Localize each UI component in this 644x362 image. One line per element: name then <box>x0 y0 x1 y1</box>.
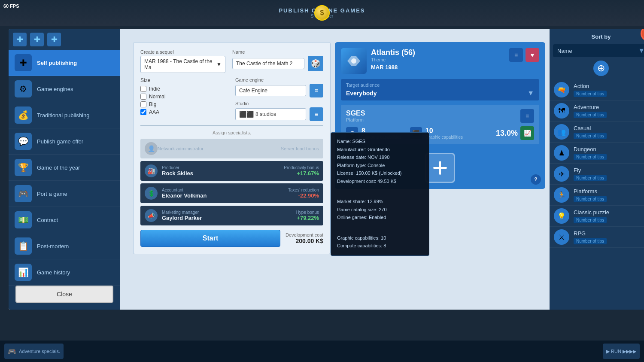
tooltip-release-date: Release date: NOV 1990 <box>337 154 423 161</box>
sidebar-add-icon-3[interactable]: ✚ <box>47 33 61 46</box>
close-button-wrap: Close <box>15 286 113 303</box>
action-genre-name: Action <box>574 83 644 89</box>
casual-genre-info: Casual Number of tips <box>574 125 644 139</box>
game-engine-label: Game engine <box>235 77 323 82</box>
main-content: Create a sequel MAR 1988 - The Castle of… <box>120 29 550 310</box>
top-coin-icon: $ <box>314 5 330 21</box>
genre-platforms[interactable]: 🏃 Platforms Number of tips <box>550 185 644 206</box>
rpg-genre-name: RPG <box>574 230 644 237</box>
game-form-panel: Create a sequel MAR 1988 - The Castle of… <box>133 42 331 254</box>
sidebar-item-game-of-the-year[interactable]: 🏆 Game of the year <box>9 155 120 181</box>
size-aaa-checkbox[interactable] <box>140 109 146 115</box>
sidebar-add-icon-1[interactable]: ✚ <box>13 33 27 46</box>
close-button[interactable]: Close <box>15 286 113 303</box>
tooltip-manufacturer: Manufacturer: Grantendo <box>337 146 423 154</box>
bottom-controls: ▶ RUN ▶▶▶▶ <box>603 344 640 359</box>
bottom-controls-label: ▶ RUN ▶▶▶▶ <box>606 349 636 354</box>
producer-role: Producer <box>162 165 279 170</box>
game-card-title-area: Atlantis (56) Theme MAR 1988 <box>371 48 505 70</box>
name-dice-icon[interactable]: 🎲 <box>308 56 323 71</box>
tooltip-game-catalog: Game catalog size: 270 <box>337 206 423 214</box>
sidebar-item-game-engines[interactable]: ⚙ Game engines <box>9 76 120 102</box>
casual-genre-name: Casual <box>574 125 644 131</box>
rpg-genre-tips: Number of tips <box>574 238 607 244</box>
size-big-row: Big <box>140 101 228 107</box>
card-menu-button[interactable]: ≡ <box>509 48 523 62</box>
sidebar-item-label-port-a-game: Port a game <box>37 191 67 197</box>
marketing-bonus: Hype bonus +79.22% <box>296 210 319 221</box>
size-big-checkbox[interactable] <box>140 101 146 107</box>
help-button[interactable]: ? <box>531 174 541 185</box>
adventure-genre-icon: 🗺 <box>554 103 569 119</box>
target-audience-chevron[interactable]: ▼ <box>527 89 534 97</box>
genre-action[interactable]: 🔫 Action Number of tips <box>550 79 644 100</box>
tooltip-license: License: 150.00 K$ (Unlocked) <box>337 170 423 177</box>
tooltip-graphic-cap: Graphic capabilities: 10 <box>337 234 423 242</box>
target-audience-section: Target audience Everybody ▼ <box>341 79 539 100</box>
accountant-role: Accountant <box>162 188 284 192</box>
genre-classic-puzzle[interactable]: 💡 Classic puzzle Number of tips <box>550 206 644 227</box>
genre-rpg[interactable]: ⚔ RPG Number of tips <box>550 227 644 248</box>
sort-select-row[interactable]: Name ▼ <box>553 44 644 57</box>
adventure-genre-info: Adventure Number of tips <box>574 104 644 118</box>
bottom-adventure-label: Adventure specials. <box>19 349 60 354</box>
start-button[interactable]: Start <box>140 230 280 247</box>
accountant-bonus-label: Taxes' reduction <box>288 188 319 192</box>
sidebar-add-icon-2[interactable]: ✚ <box>30 33 44 46</box>
action-genre-info: Action Number of tips <box>574 83 644 97</box>
graphic-info: 10 Graphic capabilities <box>425 127 463 140</box>
sidebar-item-contract[interactable]: 💵 Contract <box>9 207 120 233</box>
size-indie-checkbox[interactable] <box>140 86 146 92</box>
genre-fly[interactable]: ✈ Fly Number of tips <box>550 164 644 185</box>
genre-casual[interactable]: 👥 Casual Number of tips <box>550 122 644 143</box>
size-normal-row: Normal <box>140 94 228 100</box>
fly-genre-tips: Number of tips <box>574 175 607 181</box>
card-heart-button[interactable]: ♥ <box>526 48 539 62</box>
accountant-name: Eleanor Volkman <box>162 192 284 199</box>
form-col-right: Name 🎲 <box>232 49 323 73</box>
studio-value: 8 studios <box>255 111 276 117</box>
form-middle-row: Size Indie Normal Big <box>140 77 323 121</box>
modal-dialog: × ✚ ✚ ✚ ✚ Self publishing ⚙ Game engines… <box>9 29 644 310</box>
sidebar-item-port-a-game[interactable]: 🎮 Port a game <box>9 181 120 207</box>
create-sequel-label: Create a sequel <box>140 49 225 55</box>
main-overlay: × ✚ ✚ ✚ ✚ Self publishing ⚙ Game engines… <box>0 26 644 362</box>
network-admin-icon: 👤 <box>145 142 158 155</box>
producer-info: Producer Rock Skiles <box>162 165 279 176</box>
studio-menu-icon[interactable]: ≡ <box>310 107 323 121</box>
platform-tooltip: Name: SGES Manufacturer: Grantendo Relea… <box>331 132 429 256</box>
marketing-bonus-value: +79.22% <box>296 215 319 221</box>
name-input[interactable] <box>232 58 304 69</box>
form-col-left: Create a sequel MAR 1988 - The Castle of… <box>140 49 225 73</box>
sidebar-item-publish-game-offer[interactable]: 💬 Publish game offer <box>9 128 120 155</box>
genre-dungeon[interactable]: ♟ Dungeon Number of tips <box>550 143 644 164</box>
traditional-publishing-icon: 💰 <box>15 106 32 124</box>
sidebar-item-self-publishing[interactable]: ✚ Self publishing <box>9 50 120 76</box>
card-action-icons: ≡ ♥ <box>509 48 539 62</box>
sidebar-item-label-game-history: Game history <box>37 269 70 276</box>
engine-menu-icon[interactable]: ≡ <box>310 84 323 97</box>
sidebar-item-game-history[interactable]: 📊 Game history <box>9 259 120 286</box>
platform-name: SGES <box>346 110 365 117</box>
studio-value-row: ⬛⬛ 8 studios <box>235 108 306 120</box>
classic-puzzle-genre-name: Classic puzzle <box>574 209 644 216</box>
adventure-genre-name: Adventure <box>574 104 644 110</box>
game-engine-value: Cafe Engine <box>235 85 306 96</box>
create-sequel-select[interactable]: MAR 1988 - The Castle of the Ma ▼ <box>140 56 225 73</box>
dungeon-genre-icon: ♟ <box>554 145 569 161</box>
sidebar-item-traditional-publishing[interactable]: 💰 Traditional publishing <box>9 102 120 128</box>
size-normal-checkbox[interactable] <box>140 94 146 100</box>
add-game-button[interactable] <box>425 153 455 183</box>
add-genre-button[interactable]: ⊕ <box>593 61 609 76</box>
genre-adventure[interactable]: 🗺 Adventure Number of tips <box>550 100 644 122</box>
bottom-item-adventure[interactable]: 🎮 Adventure specials. <box>4 344 64 359</box>
sidebar-item-post-mortem[interactable]: 📋 Post-mortem <box>9 233 120 259</box>
dev-cost: Development cost 200.00 K$ <box>286 232 323 244</box>
platform-menu-button[interactable]: ≡ <box>520 109 534 123</box>
tooltip-dev-cost: Development cost: 49.50 K$ <box>337 178 423 186</box>
marketing-bonus-label: Hype bonus <box>296 210 319 215</box>
producer-bonus-label: Productivity bonus <box>284 165 319 170</box>
tooltip-blank <box>337 188 423 196</box>
tooltip-name: Name: SGES <box>337 138 423 146</box>
platform-label: Platform <box>346 117 365 122</box>
